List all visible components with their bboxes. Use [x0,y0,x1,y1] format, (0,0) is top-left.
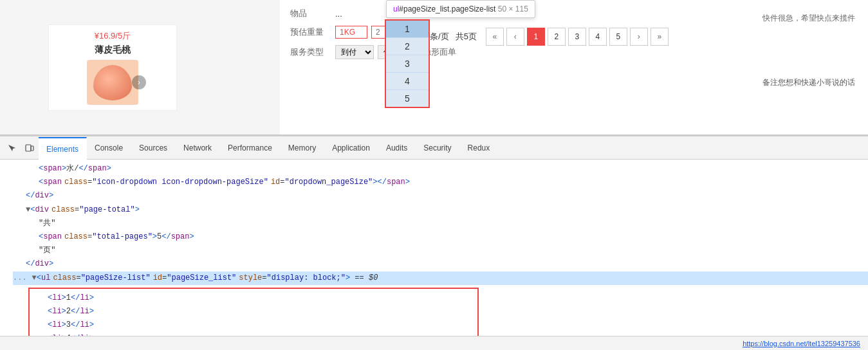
tab-network[interactable]: Network [176,136,220,160]
page-prev-button[interactable]: ‹ [506,28,524,46]
status-url[interactable]: https://blog.csdn.net/ltel13259437536 [743,340,860,347]
code-line-2: <span class="icon-dropdown icon-dropdown… [13,176,868,189]
tab-security[interactable]: Security [416,136,459,160]
element-tooltip: ul#pageSize_list.pageSize-list 50 × 115 [386,0,535,18]
weight-label: 预估重量 [290,26,335,38]
tip-text-1: 快件很急，希望快点来揽件 [762,13,855,24]
tab-console-label: Console [95,143,123,152]
page-size-list: 1 2 3 4 5 [386,21,429,107]
devtools-status-bar: https://blog.csdn.net/ltel13259437536 [0,336,868,350]
code-line-1: <span>水/</span> [13,162,868,176]
code-line-7: "页" [13,244,868,257]
product-price: ¥16.9/5斤 [54,30,171,42]
product-card: ¥16.9/5斤 薄皮毛桃 › [48,24,177,111]
devtools-tab-bar: Elements Console Sources Network Perform… [0,136,868,160]
tab-redux-label: Redux [468,143,490,152]
devtools-content[interactable]: <span>水/</span> <span class="icon-dropdo… [0,160,868,336]
device-icon-button[interactable] [21,139,39,157]
code-line-4: ▼ <div class="page-total" > [13,203,868,217]
tab-memory-label: Memory [288,143,316,152]
cursor-icon-button[interactable] [3,139,21,157]
next-image-button[interactable]: › [132,75,146,89]
order-section: 物品 ... 预估重量 也 * 服务类型 到付 保价 隐形面单 快件很急，希望快… [280,0,868,135]
svg-rect-0 [26,145,31,151]
service-label: 服务类型 [290,46,335,58]
page-5-button[interactable]: 5 [609,28,627,46]
peach-decoration [93,65,132,100]
devtools-panel: Elements Console Sources Network Perform… [0,135,868,350]
tip-text-2: 备注您想和快递小哥说的话 [762,77,855,88]
per-page-text: 条/页 [430,31,449,42]
page-area: ¥16.9/5斤 薄皮毛桃 › 物品 ... 预估重量 也 * 服务类型 到付 [0,0,868,135]
page-size-option-1[interactable]: 1 [386,21,429,38]
code-line-3: </div> [13,189,868,203]
li-code-3: <li>3</li> [35,318,472,332]
code-line-8: </div> [13,257,868,271]
code-line-5: "共" [13,217,868,230]
tooltip-selector: #pageSize_list.pageSize-list [399,5,495,14]
tooltip-tag: ul [393,5,399,14]
li-code-4: <li>4</li> [35,332,472,336]
page-3-button[interactable]: 3 [568,28,586,46]
dollar-ref: == $0 [350,272,378,284]
page-size-dropdown: 1 2 3 4 5 [385,19,430,108]
red-border-code-block: <li>1</li> <li>2</li> <li>3</li> <li>4</… [28,288,479,336]
tab-security-label: Security [423,143,451,152]
tab-elements-label: Elements [46,145,78,154]
code-line-6: <span class="total-pages" >5</span> [13,230,868,244]
page-size-option-2[interactable]: 2 [386,38,429,55]
product-section: ¥16.9/5斤 薄皮毛桃 › [0,0,302,135]
tab-audits[interactable]: Audits [378,136,416,160]
dots-indicator: ... [13,272,27,284]
product-name: 薄皮毛桃 [54,44,171,56]
selected-element-line[interactable]: ... ▼ <ul class="pageSize-list" id="page… [13,272,868,285]
tab-network-label: Network [183,143,212,152]
item-label: 物品 [290,8,335,19]
page-next-button[interactable]: › [630,28,648,46]
tab-application-label: Application [332,143,370,152]
tab-console[interactable]: Console [87,136,131,160]
li-code-1: <li>1</li> [35,291,472,305]
page-first-button[interactable]: « [486,28,504,46]
total-pages-text: 共5页 [456,31,477,42]
product-image: › [87,60,138,105]
page-size-option-5[interactable]: 5 [386,90,429,107]
tab-memory[interactable]: Memory [281,136,324,160]
tab-redux[interactable]: Redux [460,136,499,160]
tab-elements[interactable]: Elements [39,137,87,160]
tab-sources-label: Sources [139,143,167,152]
pagination-area: 条/页 共5页 « ‹ 1 2 3 4 5 › » [430,28,669,46]
tab-audits-label: Audits [386,143,407,152]
tab-performance[interactable]: Performance [220,136,281,160]
service-row: 服务类型 到付 保价 隐形面单 [290,45,858,59]
page-2-button[interactable]: 2 [548,28,566,46]
tab-sources[interactable]: Sources [131,136,176,160]
tab-performance-label: Performance [228,143,272,152]
svg-rect-1 [31,146,33,151]
tag-open-1: < [39,163,43,175]
page-4-button[interactable]: 4 [589,28,607,46]
tab-application[interactable]: Application [324,136,378,160]
page-size-option-3[interactable]: 3 [386,55,429,73]
tooltip-size: 50 × 115 [498,5,528,14]
page-1-button[interactable]: 1 [527,28,545,46]
page-last-button[interactable]: » [651,28,669,46]
weight-input[interactable] [335,26,367,39]
service-select-1[interactable]: 到付 [335,45,374,59]
page-size-option-4[interactable]: 4 [386,73,429,90]
li-code-2: <li>2</li> [35,305,472,318]
item-value: ... [335,9,342,19]
